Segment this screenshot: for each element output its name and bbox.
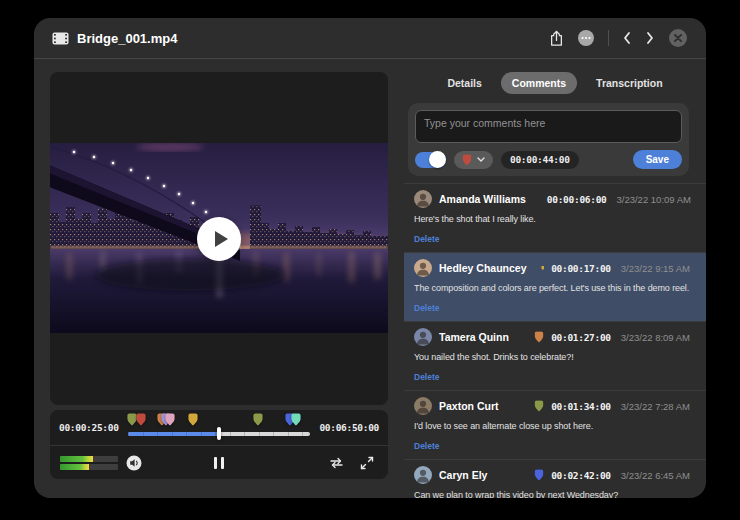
asset-review-window: Bridge_001.mp4 [34,18,706,498]
tab-transcription[interactable]: Transcription [585,72,674,94]
play-icon [215,231,228,247]
timeline-marker-icon[interactable] [135,413,146,426]
timeline-scrubber[interactable] [128,410,311,445]
marker-pin-icon [462,154,472,166]
duration: 00:06:50:00 [319,422,379,433]
video-stage [50,72,388,405]
comment-input[interactable] [415,110,682,143]
composer-timecode: 00:00:44:00 [501,151,579,169]
comment-timecode[interactable]: 00:01:27:00 [551,332,611,343]
timeline-marker-icon[interactable] [187,413,198,426]
comment-body: Here's the shot that I really like. [414,214,690,224]
pause-icon [214,457,217,469]
fullscreen-button[interactable] [360,456,374,470]
comment-timecode[interactable]: 00:02:42:00 [551,470,611,481]
comment-date: 3/23/22 9:15 AM [621,263,690,274]
loop-icon [328,456,345,470]
comment-marker-icon [534,400,544,412]
chevron-down-icon [477,157,485,162]
pause-button[interactable] [210,453,228,473]
comment-timecode[interactable]: 00:00:17:00 [551,263,611,274]
delete-comment-button[interactable]: Delete [414,372,440,382]
comment-item[interactable]: Tamera Quinn 00:01:27:00 3/23/22 8:09 AM… [404,322,706,391]
delete-comment-button[interactable]: Delete [414,441,440,451]
comment-author: Amanda Williams [439,193,526,205]
comment-body: I'd love to see an alternate close up sh… [414,421,690,431]
comment-marker-icon [534,469,544,481]
comment-author: Paxton Curt [439,400,499,412]
comment-item[interactable]: Hedley Chauncey 00:00:17:00 3/23/22 9:15… [404,253,706,322]
window-header: Bridge_001.mp4 [34,18,706,59]
volume-button[interactable] [126,455,142,471]
comment-composer: 00:00:44:00 Save [408,103,689,176]
delete-comment-button[interactable]: Delete [414,234,440,244]
comments-panel: DetailsCommentsTranscription 00:00:44:00… [404,59,706,498]
annotations-button[interactable] [577,29,595,47]
comment-date: 3/23/22 7:28 AM [621,401,690,412]
share-icon [549,30,564,47]
header-actions [549,28,688,48]
comment-body: The composition and colors are perfect. … [414,283,690,293]
title-group: Bridge_001.mp4 [52,31,177,46]
comment-item[interactable]: Amanda Williams 00:00:06:00 3/23/22 10:0… [404,184,706,253]
comment-body: You nailed the shot. Drinks to celebrate… [414,352,690,362]
current-time: 00:00:25:00 [59,422,119,433]
play-button[interactable] [197,217,241,261]
audio-meter-right [60,464,89,470]
comment-date: 3/23/22 8:09 AM [621,332,690,343]
timeline-marker-icon[interactable] [290,413,301,426]
timeline-fill [128,432,219,436]
toggle-knob [429,151,446,168]
comment-body: Can we plan to wrap this video by next W… [414,490,690,498]
timeline-marker-icon[interactable] [253,413,264,426]
header-divider [608,30,609,46]
comment-date: 3/23/22 10:09 AM [616,194,690,205]
delete-comment-button[interactable]: Delete [414,303,440,313]
avatar [414,397,432,415]
window-title: Bridge_001.mp4 [77,31,177,46]
timeline-marker-icon[interactable] [164,413,175,426]
timeline-row: 00:00:25:00 [50,410,388,445]
comment-timecode[interactable]: 00:00:06:00 [547,194,607,205]
tab-comments[interactable]: Comments [501,72,577,94]
window-content: 00:00:25:00 [34,59,706,498]
panel-tabs: DetailsCommentsTranscription [414,72,696,94]
playhead[interactable] [217,427,221,440]
video-player: 00:00:25:00 [50,72,388,479]
comment-marker-icon [534,331,544,343]
previous-asset-button[interactable] [622,31,632,45]
marker-color-select[interactable] [454,151,493,169]
chevron-left-icon [622,31,632,45]
next-asset-button[interactable] [645,31,655,45]
annotation-toggle[interactable] [415,152,446,168]
comment-author: Caryn Ely [439,469,487,481]
video-file-icon [52,32,69,45]
comment-author: Tamera Quinn [439,331,509,343]
avatar [414,190,432,208]
avatar [414,328,432,346]
close-icon [668,28,688,48]
tab-details[interactable]: Details [436,72,492,94]
avatar [414,466,432,484]
save-button[interactable]: Save [633,150,682,169]
comment-marker-icon [541,262,545,274]
audio-level-meter [60,456,118,470]
speaker-icon [126,455,142,471]
expand-icon [360,456,374,470]
share-button[interactable] [549,30,564,47]
comment-date: 3/23/22 6:45 AM [621,470,690,481]
transport-panel: 00:00:25:00 [50,410,388,479]
comment-item[interactable]: Caryn Ely 00:02:42:00 3/23/22 6:45 AM Ca… [404,460,706,498]
avatar [414,259,432,277]
chevron-right-icon [645,31,655,45]
annotation-dots-icon [577,29,595,47]
comment-list: Amanda Williams 00:00:06:00 3/23/22 10:0… [404,183,706,498]
audio-meter-left [60,456,93,462]
controls-row [50,445,388,479]
close-button[interactable] [668,28,688,48]
comment-item[interactable]: Paxton Curt 00:01:34:00 3/23/22 7:28 AM … [404,391,706,460]
comment-author: Hedley Chauncey [439,262,527,274]
loop-button[interactable] [328,456,345,470]
comment-timecode[interactable]: 00:01:34:00 [551,401,611,412]
